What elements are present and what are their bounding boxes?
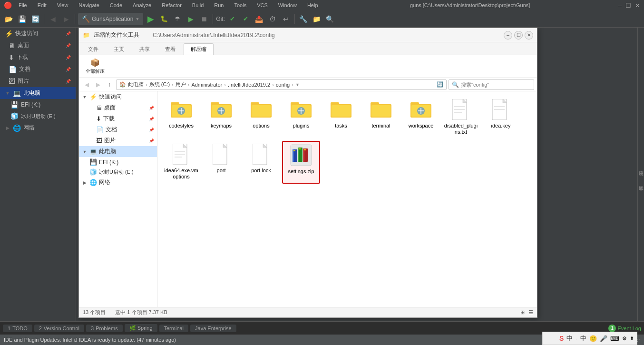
ribbon-tab-extract[interactable]: 解压缩 xyxy=(184,43,214,55)
ide-menubar-window[interactable]: Window xyxy=(274,1,301,9)
ribbon-tab-home[interactable]: 主页 xyxy=(107,43,131,55)
view-list-btn[interactable]: ☰ xyxy=(528,309,533,315)
file-codestyles[interactable]: codestyles xyxy=(162,96,200,139)
right-label-response[interactable]: 响应 xyxy=(637,164,644,170)
exp-maximize-btn[interactable]: ☐ xyxy=(514,31,523,39)
minimize-button[interactable]: – xyxy=(618,2,622,9)
address-refresh-btn[interactable]: 🔄 xyxy=(437,81,443,88)
forward-btn[interactable]: ▶ xyxy=(60,13,72,25)
file-disabled-plugins[interactable]: disabled_plugins.txt xyxy=(442,96,480,139)
tree-usb[interactable]: 🧊 冰封U启动 (E:) xyxy=(79,167,157,177)
ime-chinese-mode[interactable]: 中 xyxy=(566,334,573,343)
address-intellij[interactable]: .IntelliJIdea2019.2 xyxy=(228,82,270,88)
git-rollback-btn[interactable]: ↩ xyxy=(280,13,292,25)
file-port-lock[interactable]: port.lock xyxy=(242,141,280,184)
address-bar[interactable]: 🏠 此电脑 › 系统 (C:) › 用户 › Administrator › .… xyxy=(116,79,447,90)
tree-pictures[interactable]: 🖼 图片 📌 xyxy=(79,135,157,146)
tree-quick-access[interactable]: ▼ ⚡ 快速访问 xyxy=(79,91,157,102)
tree-efi[interactable]: 💾 EFI (K:) xyxy=(79,157,157,167)
task-item-problems[interactable]: 3 Problems xyxy=(86,325,123,332)
sidebar-item-quick-access[interactable]: ⚡ 快速访问 📌 xyxy=(0,28,76,39)
git-commit-btn[interactable]: ✔ xyxy=(240,13,252,25)
exp-minimize-btn[interactable]: – xyxy=(504,31,512,39)
file-terminal[interactable]: terminal xyxy=(362,96,400,139)
address-this-pc[interactable]: 此电脑 xyxy=(128,81,144,88)
task-item-java-enterprise[interactable]: Java Enterprise xyxy=(190,325,236,332)
back-btn[interactable]: ◀ xyxy=(47,13,59,25)
file-settings-zip[interactable]: settings.zip xyxy=(282,141,320,184)
ime-settings-btn[interactable]: ⚙ xyxy=(622,335,627,342)
ide-menubar-help[interactable]: Help xyxy=(303,1,322,9)
ribbon-tab-share[interactable]: 共享 xyxy=(132,43,157,55)
git-update-btn[interactable]: ✔ xyxy=(227,13,238,25)
address-config[interactable]: config xyxy=(276,82,290,88)
debug-btn[interactable]: 🐛 xyxy=(158,13,170,25)
address-dropdown-btn[interactable]: ▼ xyxy=(295,82,300,87)
address-users[interactable]: 用户 xyxy=(176,81,186,88)
file-tasks[interactable]: tasks xyxy=(322,96,360,139)
file-workspace[interactable]: workspace xyxy=(402,96,440,139)
ribbon-tab-view[interactable]: 查看 xyxy=(158,43,183,55)
search-input[interactable] xyxy=(461,82,531,88)
sidebar-item-downloads[interactable]: ⬇ 下载 📌 xyxy=(0,51,76,63)
task-item-spring[interactable]: 🌿 Spring xyxy=(125,324,157,332)
ide-menubar-navigate[interactable]: Navigate xyxy=(75,1,103,9)
file-plugins[interactable]: plugins xyxy=(282,96,320,139)
tree-network[interactable]: ▶ 🌐 网络 xyxy=(79,177,157,188)
address-administrator[interactable]: Administrator xyxy=(191,82,222,88)
save-btn[interactable]: 💾 xyxy=(16,13,28,25)
pin-icon[interactable]: 📌 xyxy=(66,31,71,36)
task-item-todo[interactable]: 1 TODO xyxy=(3,325,32,332)
file-options[interactable]: options xyxy=(242,96,280,139)
settings-btn[interactable]: 🔧 xyxy=(298,13,309,25)
project-structure-btn[interactable]: 📁 xyxy=(311,13,322,25)
open-folder-btn[interactable]: 📂 xyxy=(3,13,14,25)
git-history-btn[interactable]: ⏱ xyxy=(267,13,278,25)
search-box[interactable]: 🔍 xyxy=(449,79,534,90)
tree-this-pc[interactable]: ▼ 💻 此电脑 xyxy=(79,146,157,157)
sidebar-item-documents[interactable]: 📄 文档 📌 xyxy=(0,63,76,75)
file-port[interactable]: port xyxy=(202,141,240,184)
extract-all-btn[interactable]: 📦 全部解压 xyxy=(83,57,107,76)
ide-menubar-refactor[interactable]: Refactor xyxy=(158,1,185,9)
run-with-coverage-btn[interactable]: ▶ xyxy=(185,13,196,25)
ide-menubar-edit[interactable]: Edit xyxy=(34,1,50,9)
git-push-btn[interactable]: 📤 xyxy=(254,13,265,25)
ide-menubar-build[interactable]: Build xyxy=(188,1,207,9)
ide-menubar-tools[interactable]: Tools xyxy=(230,1,250,9)
ime-input-mode[interactable]: 中 xyxy=(580,334,586,343)
pin-icon-downloads[interactable]: 📌 xyxy=(66,55,71,60)
tree-documents[interactable]: 📄 文档 📌 xyxy=(79,124,157,135)
nav-back-btn[interactable]: ◀ xyxy=(82,80,91,89)
view-icons-btn[interactable]: ⊞ xyxy=(520,309,525,315)
find-action-btn[interactable]: 🔍 xyxy=(324,13,336,25)
task-item-version-control[interactable]: 2 Version Control xyxy=(34,325,84,332)
right-label-version[interactable]: 版本 xyxy=(637,179,644,185)
tree-downloads[interactable]: ⬇ 下载 📌 xyxy=(79,113,157,124)
ide-menubar-code[interactable]: Code xyxy=(106,1,126,9)
maximize-button[interactable]: ☐ xyxy=(625,2,631,9)
file-keymaps[interactable]: keymaps xyxy=(202,96,240,139)
run-btn[interactable]: ▶ xyxy=(145,13,156,25)
sidebar-item-usb[interactable]: 🧊 冰封U启动 (E:) xyxy=(0,110,76,122)
task-item-terminal[interactable]: Terminal xyxy=(159,325,189,332)
nav-forward-btn[interactable]: ▶ xyxy=(93,80,103,89)
sync-btn[interactable]: 🔄 xyxy=(29,13,41,25)
run-config-selector[interactable]: 🔨 GunsApplication ▼ xyxy=(78,13,143,25)
pin-icon-desktop[interactable]: 📌 xyxy=(66,43,71,48)
ribbon-tab-file[interactable]: 文件 xyxy=(81,43,106,55)
tree-desktop[interactable]: 🖥 桌面 📌 xyxy=(79,102,157,113)
sidebar-item-network[interactable]: ▶ 🌐 网络 xyxy=(0,122,76,134)
stop-btn[interactable]: ⏹ xyxy=(198,13,210,25)
pin-icon-docs[interactable]: 📌 xyxy=(66,67,71,72)
ime-mic-btn[interactable]: 🎤 xyxy=(600,335,607,342)
file-idea-key[interactable]: idea.key xyxy=(482,96,520,139)
ime-emoji-btn[interactable]: 🙂 xyxy=(589,335,597,342)
ide-menubar-run[interactable]: Run xyxy=(210,1,227,9)
ide-menubar-vcs[interactable]: VCS xyxy=(253,1,272,9)
ide-menubar-file[interactable]: File xyxy=(15,1,31,9)
file-idea64-vmoptions[interactable]: idea64.exe.vmoptions xyxy=(162,141,200,184)
address-c-drive[interactable]: 系统 (C:) xyxy=(149,81,170,88)
sidebar-item-desktop[interactable]: 🖥 桌面 📌 xyxy=(0,39,76,51)
event-log-btn[interactable]: 1 Event Log xyxy=(608,325,641,332)
